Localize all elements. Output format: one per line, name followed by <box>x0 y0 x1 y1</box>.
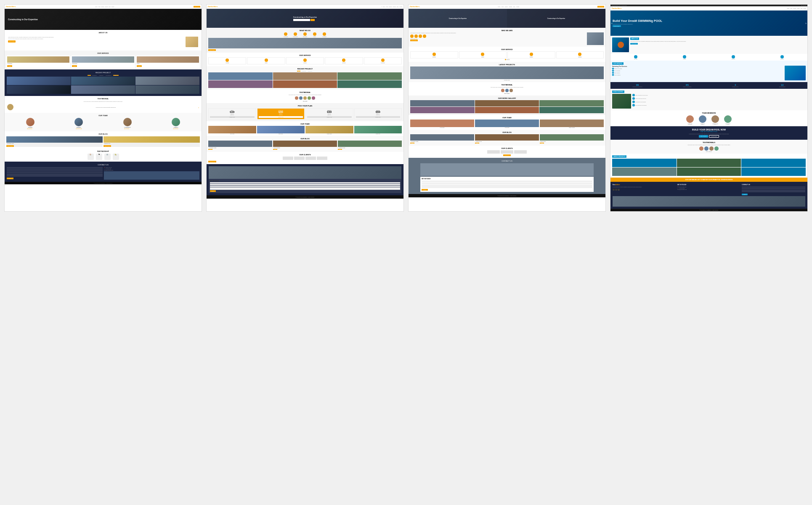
p2-footer: © Copyright 2016 DanBuilders. All rights… <box>207 195 403 199</box>
p1-service-section: OUR SERVICE Architecture MORE Constructi… <box>5 50 202 69</box>
p4-footer: © Copyright 2016 DanBuilders. All rights… <box>610 209 807 211</box>
p2-search <box>293 19 317 21</box>
p4-hero-btn[interactable]: READ MORE <box>613 25 621 27</box>
p4-team-label: TEAM MEMBERS <box>612 112 806 114</box>
p4-lp-grid <box>612 159 806 176</box>
p1-about-section: ABOUT US Lorem ipsum dolor sit amet, con… <box>5 30 202 50</box>
preview-4[interactable]: info@danbuilders.com | +1 234 567 890 ★ … <box>610 4 808 212</box>
p4-features-section: Pool Design Installation Maintenance Ren… <box>610 54 807 61</box>
p1-blog-card-2: Architecture Tips READ MORE <box>103 136 200 147</box>
p4-howworks-section: HOW IT WORKS 1 Initial consultation and … <box>610 89 807 110</box>
p1-about-img <box>186 37 198 47</box>
previews-grid: Danbuilders Home About Service Portfolio… <box>0 0 812 216</box>
p2-blog-section: OUR BLOG Construction Update MORE Projec… <box>207 136 403 152</box>
p2-map <box>209 166 401 179</box>
p4-testi-title: TESTIMONIALS <box>612 141 806 144</box>
p2-service-section: OUR SERVICE Planning Design Building Fin… <box>207 53 403 66</box>
p4-ourservice-section: OUR SERVICE Swimming Pool Services Custo… <box>610 61 807 82</box>
p1-service-title: OUR SERVICE <box>6 52 200 54</box>
p2-plan-cards: BASIC $199 Feature oneFeature twoFeature… <box>208 108 402 120</box>
p3-blog-section: OUR BLOG Construction Update MORE Archit… <box>409 130 605 146</box>
p4-cta-btn2[interactable]: LEARN MORE <box>709 135 719 138</box>
p1-project-title: RECENT PROJECT <box>7 72 199 74</box>
p2-proj-grid <box>208 72 402 88</box>
preview-1[interactable]: Danbuilders Home About Service Portfolio… <box>4 4 202 212</box>
p2-plan-card-3: PREMIUM $399 Feature oneFeature twoFeatu… <box>305 108 353 120</box>
p4-about-label: ABOUT US <box>630 37 639 40</box>
p2-plan-title: PICK YOUR PLAN <box>208 105 402 107</box>
p1-about-title: ABOUT US <box>6 32 200 34</box>
p1-blog-title: OUR BLOG <box>6 133 200 135</box>
p3-footer: © Copyright 2016 DanBuilders. All rights… <box>409 194 605 197</box>
p2-logo: Danbuilders <box>208 5 218 8</box>
p4-contact-title: CONTACT US <box>742 184 805 186</box>
p1-contact-section: CONTACT US SUBMIT 📍 Address info here 📞 … <box>5 162 202 182</box>
p3-who-img <box>587 32 604 45</box>
p2-clients-row <box>208 157 402 160</box>
p4-contact-map <box>613 196 805 207</box>
p4-cta-btn1[interactable]: GET STARTED <box>699 135 708 138</box>
p4-testimonials-section: TESTIMONIALS Lorem ipsum dolor sit amet … <box>610 140 807 154</box>
p4-about-img <box>612 37 629 52</box>
p1-blog-cards: Construction News READ MORE Architecture… <box>6 136 200 147</box>
p4-hero-subtitle: Lorem ipsum dolor sit amet consectetur a… <box>613 24 662 24</box>
p3-latestproj-section: LATEST PROJECTS Building Design <box>409 62 605 82</box>
p1-team-card-3: Arnold Gonzalez Designer ★★★★☆ <box>103 118 151 130</box>
p2-team-section: OUR TEAM John Carter Brian Miller Sarah … <box>207 121 403 136</box>
p2-avatar-row <box>208 96 402 100</box>
p2-hero: Constructing is Our Expertise <box>207 9 403 28</box>
p1-partner-section: PARTNERSHIP 🏠 🏗 🏢 🏡 <box>5 149 202 162</box>
p2-testimonial-section: TESTIMONIAL Lorem ipsum dolor sit amet c… <box>207 90 403 103</box>
p4-about-btn[interactable]: READ MORE <box>630 43 638 45</box>
p4-service-label: OUR SERVICE <box>612 62 624 65</box>
p1-service-card-3: Design MORE <box>136 56 200 68</box>
p4-team-card-4: Karen Mason Manager <box>722 115 734 125</box>
p3-clients-section: OUR CLIENTS CONTACT US <box>409 146 605 158</box>
p1-team-card-1: John Carter Architect ★★★★☆ <box>6 118 54 130</box>
p4-team-card-1: Sydney Doe Pool Designer <box>684 115 696 125</box>
p4-stats-section: 99 COMPLETED PROJECTS 85 HAPPY CUSTOMERS… <box>610 82 807 89</box>
p1-header: Danbuilders Home About Service Portfolio… <box>5 5 202 9</box>
p1-team-title: OUR TEAM <box>6 114 200 117</box>
p4-hw-img <box>612 94 631 109</box>
p4-testi-name: DARYL DIGITAL <box>612 151 806 152</box>
p1-hero-text: Constructing is Our Expertise <box>7 17 39 22</box>
p1-team-card-2: Brian Miller Engineer ★★★★★ <box>55 118 103 130</box>
preview-2[interactable]: Danbuilders ≡ Home About Services Portfo… <box>206 4 404 212</box>
p3-blog-row: Construction Update MORE Architecture Ti… <box>410 134 604 144</box>
p1-about-content: Lorem ipsum dolor sit amet, consectetur … <box>6 35 200 49</box>
p3-whoweare-section: WHO WE ARE Lorem ipsum dolor sit amet, c… <box>409 28 605 47</box>
p2-project-section: RECENT PROJECT ALL EXTERIOR INTERIOR <box>207 66 403 90</box>
p4-team-row: Sydney Doe Pool Designer Jennifer Fox En… <box>612 115 806 125</box>
p4-prev-arrow[interactable]: ‹ <box>611 21 613 25</box>
p1-about-btn[interactable]: READ MORE <box>8 40 16 43</box>
preview-3[interactable]: Danbuilders Home About Service Portfolio… <box>408 4 606 212</box>
p3-clients-row <box>410 150 604 154</box>
p4-hero-text: Build Your DreaM SWiMMiNg POOL Lorem ips… <box>613 19 662 27</box>
p1-contact-form: SUBMIT 📍 Address info here 📞 +1 234 567 … <box>7 167 199 180</box>
p1-partner-title: PARTNERSHIP <box>6 150 200 152</box>
p4-getintouch-title: GET IN TOUCH <box>677 184 741 186</box>
p4-next-arrow[interactable]: › <box>805 21 807 25</box>
p3-gal-title: OUR WORK GALLERY <box>410 97 604 99</box>
p1-team-card-4: Donald Lee Manager ★★★★☆ <box>152 118 200 130</box>
p1-testimonial-section: TESTIMONIAL Lorem ipsum dolor sit amet c… <box>5 96 202 113</box>
p4-hw-label: HOW IT WORKS <box>612 90 624 93</box>
p3-team-row: Mark Peters Linda Smith Nathan Thomas <box>410 120 604 128</box>
p4-team-section: TEAM MEMBERS Sydney Doe Pool Designer Je… <box>610 110 807 126</box>
p1-service-card-1: Architecture MORE <box>6 56 70 68</box>
p1-logo: Danbuilders <box>6 5 16 8</box>
p4-team-card-3: Matthew Young Architect <box>709 115 721 125</box>
p4-cta-sub: STAY WITH INSPIRED POOL! <box>613 131 805 133</box>
p3-service-section: OUR SERVICE Planning Design Building Fin… <box>409 47 605 62</box>
p4-contact-submit[interactable]: SUBMIT <box>742 194 748 195</box>
p2-clients-section: OUR CLIENTS CONTACT US <box>207 152 403 164</box>
p3-contact-form: GET IN TOUCH SUBMIT <box>420 177 594 192</box>
p4-contact-section: Danbuilders Lorem ipsum dolor sit amet c… <box>610 182 807 209</box>
p4-lp-label: LATEST PROJECTS <box>612 155 626 158</box>
p1-blog-section: OUR BLOG Construction News READ MORE Arc… <box>5 131 202 149</box>
p1-blog-card-1: Construction News READ MORE <box>6 136 103 147</box>
p3-contact-title: CONTACT US <box>420 160 594 162</box>
p1-hero: Constructing is Our Expertise <box>5 9 202 30</box>
p3-header: Danbuilders Home About Service Portfolio… <box>409 5 605 9</box>
